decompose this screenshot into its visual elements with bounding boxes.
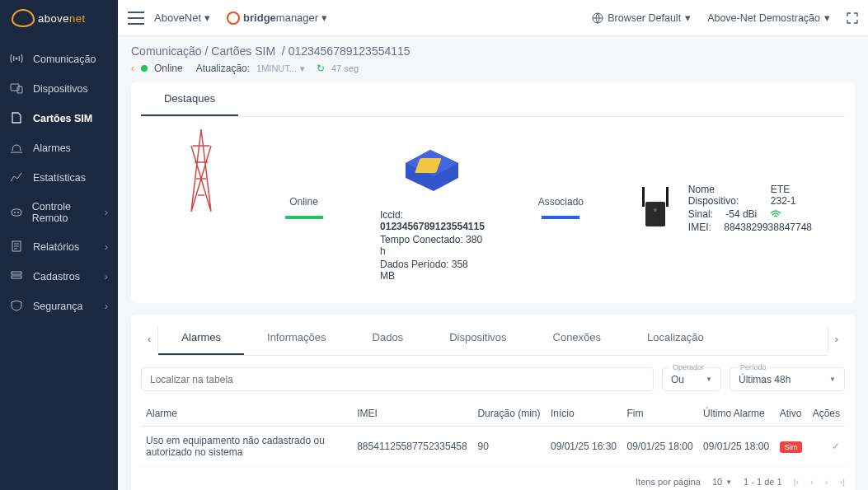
chevron-right-icon: ›: [105, 271, 108, 282]
product-name: bridgemanager: [243, 12, 318, 24]
svg-rect-2: [17, 86, 22, 93]
cell-acoes: ✓: [807, 427, 845, 467]
chevron-down-icon: ▼: [706, 376, 712, 383]
hl-online: Online: [277, 133, 331, 282]
sidebar: abovenet Comunicação Dispositivos Cartõe…: [0, 0, 118, 490]
sim-icon: [10, 112, 25, 125]
chevron-right-icon: ›: [105, 301, 108, 312]
sidebar-item-controle-remoto[interactable]: Controle Remoto ›: [0, 193, 118, 232]
update-interval-dropdown[interactable]: 1MINUT... ▾: [256, 63, 305, 74]
bridge-icon: [227, 12, 240, 25]
product-dropdown[interactable]: bridgemanager ▾: [227, 12, 327, 25]
status-text: Online: [154, 63, 183, 74]
topbar: AboveNet▾ bridgemanager ▾ Browser Defaul…: [118, 0, 868, 36]
ack-button[interactable]: ✓: [832, 441, 840, 452]
col-fim[interactable]: Fim: [622, 401, 699, 427]
subtab-dados[interactable]: Dados: [350, 321, 427, 355]
svg-rect-7: [12, 272, 21, 274]
register-icon: [10, 270, 25, 283]
svg-point-5: [17, 212, 19, 213]
chevron-down-icon: ▾: [824, 12, 830, 24]
chevron-down-icon: ▼: [829, 376, 836, 383]
subtab-dispositivos[interactable]: Dispositivos: [426, 321, 529, 355]
first-page-button[interactable]: |‹: [794, 477, 800, 487]
sidebar-item-relatorios[interactable]: Relatórios ›: [0, 232, 118, 262]
cell-inicio: 09/01/25 16:30: [546, 427, 622, 467]
svg-point-4: [14, 212, 16, 213]
col-alarme[interactable]: Alarme: [141, 401, 352, 427]
sidebar-item-alarmes[interactable]: Alarmes: [0, 133, 118, 163]
subtab-informacoes[interactable]: Informações: [244, 321, 350, 355]
svg-point-0: [16, 58, 18, 60]
hl-sim: Iccid: 0123456789123554115 Tempo Conecta…: [380, 133, 485, 282]
search-field[interactable]: [141, 367, 654, 391]
hl-tower: [174, 133, 228, 282]
sidebar-item-seguranca[interactable]: Segurança ›: [0, 292, 118, 321]
period-dropdown[interactable]: Período Últimas 48h ▼: [730, 367, 845, 391]
ipp-label: Itens por página: [636, 477, 701, 487]
subtab-localizacao[interactable]: Localização: [624, 321, 727, 355]
tenant-dropdown[interactable]: AboveNet▾: [154, 12, 210, 24]
sidebar-item-estatisticas[interactable]: Estatísticas: [0, 163, 118, 193]
col-duracao[interactable]: Duração (min): [472, 401, 546, 427]
sidebar-item-comunicacao[interactable]: Comunicação: [0, 44, 118, 74]
subtab-alarmes[interactable]: Alarmes: [158, 321, 244, 355]
update-age: 47 seg: [331, 63, 359, 73]
menu-button[interactable]: [128, 12, 144, 25]
last-page-button[interactable]: ›|: [839, 477, 845, 487]
wifi-icon: [770, 210, 781, 218]
status-bar-green: [285, 216, 323, 219]
detail-card: ‹ Alarmes Informações Dados Dispositivos…: [131, 315, 855, 490]
status-dot-icon: [141, 65, 148, 72]
sidebar-item-label: Alarmes: [33, 142, 71, 154]
ipp-dropdown[interactable]: 10 ▼: [712, 477, 732, 487]
router-icon: [637, 170, 673, 245]
search-input[interactable]: [150, 374, 645, 385]
cell-ativo: Sim: [775, 427, 808, 467]
svg-rect-11: [645, 202, 665, 226]
col-ultimo[interactable]: Último Alarme: [698, 401, 775, 427]
refresh-icon[interactable]: ↻: [317, 63, 325, 74]
iccid-label: Iccid:: [380, 209, 403, 221]
alarms-table: Alarme IMEI Duração (min) Início Fim Últ…: [141, 401, 845, 467]
browser-dropdown[interactable]: Browser Default▾: [592, 12, 691, 24]
sidebar-item-label: Segurança: [33, 301, 82, 312]
period-value: Últimas 48h: [739, 374, 791, 385]
sidebar-item-cartoes-sim[interactable]: Cartões SIM: [0, 104, 118, 133]
fullscreen-button[interactable]: [847, 12, 858, 24]
sidebar-item-label: Estatísticas: [33, 172, 86, 184]
prev-page-button[interactable]: ‹: [810, 477, 814, 487]
pager: Itens por página 10 ▼ 1 - 1 de 1 |‹ ‹ › …: [141, 477, 845, 487]
cell-alarme: Uso em equipamento não cadastrado ou aut…: [141, 427, 352, 467]
subtab-conexoes[interactable]: Conexões: [530, 321, 625, 355]
col-ativo[interactable]: Ativo: [775, 401, 808, 427]
dev-name-label: Nome Dispositivo:: [688, 184, 758, 207]
crumb-section[interactable]: Cartões SIM: [211, 44, 275, 58]
globe-icon: [592, 12, 603, 24]
nav: Comunicação Dispositivos Cartões SIM Ala…: [0, 36, 118, 321]
tab-destaques[interactable]: Destaques: [141, 82, 238, 116]
sidebar-item-dispositivos[interactable]: Dispositivos: [0, 74, 118, 104]
broadcast-icon: [10, 53, 25, 66]
back-button[interactable]: ‹: [131, 63, 134, 74]
tabs-prev-button[interactable]: ‹: [141, 326, 158, 352]
operator-value: Ou: [671, 374, 684, 385]
next-page-button[interactable]: ›: [825, 477, 828, 487]
chevron-right-icon: ›: [105, 207, 108, 218]
status-badge: Sim: [780, 441, 803, 453]
tabs-next-button[interactable]: ›: [828, 326, 845, 352]
sidebar-item-cadastros[interactable]: Cadastros ›: [0, 262, 118, 292]
logo: abovenet: [0, 0, 118, 36]
operator-dropdown[interactable]: Operador Ou ▼: [662, 367, 721, 391]
col-imei[interactable]: IMEI: [352, 401, 472, 427]
highlights-card: Destaques Online: [131, 82, 855, 303]
account-dropdown[interactable]: Above-Net Demostração▾: [707, 12, 830, 24]
sim-card-icon: [399, 133, 465, 208]
sidebar-item-label: Cartões SIM: [33, 113, 92, 124]
col-acoes[interactable]: Ações: [807, 401, 845, 427]
svg-rect-3: [12, 209, 21, 216]
cell-imei: 88541125587752335458: [352, 427, 472, 467]
logo-text: abovenet: [38, 12, 86, 25]
col-inicio[interactable]: Início: [546, 401, 622, 427]
crumb-root[interactable]: Comunicação: [131, 44, 202, 58]
